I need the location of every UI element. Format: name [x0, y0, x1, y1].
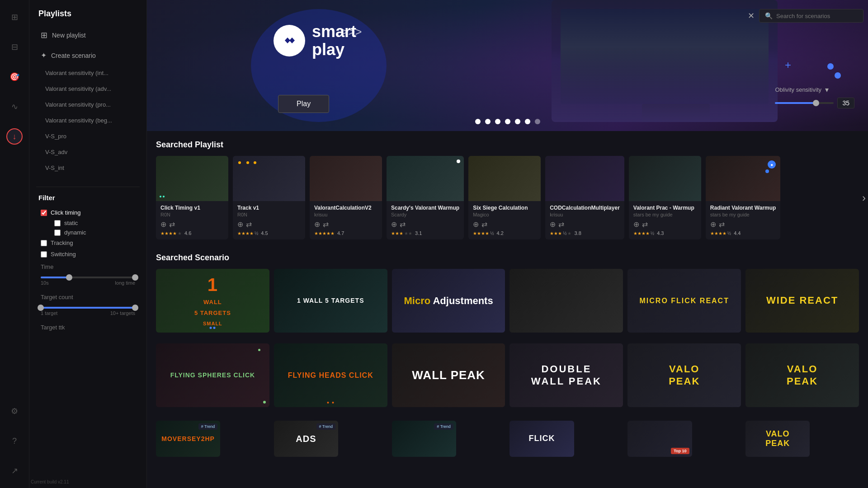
card-1-add-btn[interactable]: ⊕ [160, 220, 166, 229]
help-icon[interactable]: ? [6, 433, 23, 449]
scenario-label-10: DOUBLEWALL PEAK [528, 361, 604, 390]
card-6-add-btn[interactable]: ⊕ [550, 220, 556, 229]
playlist-card-1[interactable]: Click Timing v1 R0N ⊕ ⇄ ★★★★★4.6 [156, 156, 228, 239]
sidebar-item-valorant-adv[interactable]: Valorant sensitivity (adv... [36, 83, 140, 95]
card-1-rating: 4.6 [184, 230, 191, 236]
scenario-card-r3-3[interactable]: # Trend [392, 421, 456, 457]
playlist-card-7[interactable]: Valorant Prac - Warmup stars be my guide… [629, 156, 701, 239]
card-1-shuffle-btn[interactable]: ⇄ [169, 220, 175, 229]
card-4-shuffle-btn[interactable]: ⇄ [400, 220, 406, 229]
scenario-label-7: flying Spheres click [168, 369, 258, 382]
dot-4[interactable] [505, 119, 510, 124]
card-4-add-btn[interactable]: ⊕ [391, 220, 397, 229]
sidebar-item-vs-pro[interactable]: V-S_pro [36, 130, 140, 142]
filter-switching-checkbox[interactable] [41, 251, 47, 258]
card-3-shuffle-btn[interactable]: ⇄ [323, 220, 329, 229]
card-2-rating: 4.5 [261, 230, 268, 236]
target-count-slider[interactable]: 1 target 10+ targets [36, 302, 140, 320]
card-8-author: stars be my guide [710, 212, 776, 217]
filter-switching[interactable]: Switching [36, 249, 140, 260]
scenario-card-2[interactable]: 1 WALL 5 TARGETS [274, 269, 387, 333]
scenario-card-r3-6[interactable]: VALOPEAK [745, 421, 810, 457]
filter-static[interactable]: static [50, 218, 140, 228]
export-icon[interactable]: ↗ [6, 463, 23, 479]
settings-icon[interactable]: ⚙ [6, 403, 23, 419]
oblivity-section: Oblivity sensitivity ▾ 35 [775, 85, 854, 108]
scenario-card-11[interactable]: VALOPEAK [627, 343, 741, 407]
card-5-add-btn[interactable]: ⊕ [473, 220, 479, 229]
sidebar-item-valorant-beg[interactable]: Valorant sensitivity (beg... [36, 114, 140, 127]
card-2-shuffle-btn[interactable]: ⇄ [246, 220, 252, 229]
card-3-add-btn[interactable]: ⊕ [314, 220, 320, 229]
scenario-card-12[interactable]: VALOPEAK [745, 343, 859, 407]
sidebar-item-vs-int[interactable]: V-S_int [36, 162, 140, 174]
playlist-card-4[interactable]: Scardy's Valorant Warmup Scardy ⊕ ⇄ ★★★★… [387, 156, 464, 239]
scenario-card-4[interactable] [509, 269, 623, 333]
card-5-shuffle-btn[interactable]: ⇄ [481, 220, 487, 229]
new-playlist-button[interactable]: ⊞ New playlist [36, 27, 140, 44]
search-input[interactable] [776, 13, 858, 19]
close-icon[interactable]: ✕ [748, 11, 755, 21]
add-button[interactable]: + [785, 59, 791, 71]
filter-click-timing[interactable]: Click timing [36, 207, 140, 218]
home-icon[interactable]: ⊞ [6, 9, 23, 25]
time-slider[interactable]: 10s long time [36, 272, 140, 290]
card-6-shuffle-btn[interactable]: ⇄ [558, 220, 564, 229]
play-button[interactable]: Play [278, 95, 329, 113]
layout-icon[interactable]: ⊟ [6, 39, 23, 55]
filter-dynamic-checkbox[interactable] [54, 230, 61, 236]
card-6-rating: 3.8 [574, 230, 581, 236]
scenario-card-r3-2[interactable]: ADS # Trend [274, 421, 338, 457]
playlist-card-6[interactable]: CODCalculationMultiplayer krisuu ⊕ ⇄ ★★★… [545, 156, 624, 239]
filter-click-timing-checkbox[interactable] [41, 210, 47, 216]
card-2-add-btn[interactable]: ⊕ [237, 220, 243, 229]
card-7-shuffle-btn[interactable]: ⇄ [642, 220, 648, 229]
cards-next-arrow[interactable]: › [862, 192, 866, 204]
dot-1[interactable] [475, 119, 481, 124]
scenario-card-1[interactable]: 1 wall 5 targets small [156, 269, 269, 333]
target-count-max-label: 10+ targets [110, 310, 135, 316]
create-scenario-button[interactable]: ✦ Create scenario [36, 47, 140, 63]
card-8-thumb: ● [706, 156, 781, 201]
scenario-label-12: VALOPEAK [784, 361, 821, 390]
sidebar-item-valorant-int[interactable]: Valorant sensitivity (int... [36, 67, 140, 79]
playlist-card-5[interactable]: Six Siege Calculation Magico ⊕ ⇄ ★★★★½4.… [468, 156, 541, 239]
dot-7[interactable] [535, 119, 540, 124]
filter-tracking[interactable]: Tracking [36, 237, 140, 249]
chart-icon[interactable]: ∿ [6, 99, 23, 115]
scenario-card-10[interactable]: DOUBLEWALL PEAK [509, 343, 623, 407]
content-scroll[interactable]: Searched Playlist Click Timing v1 R0N ⊕ … [147, 131, 868, 488]
oblivity-slider[interactable] [775, 102, 834, 104]
scenario-card-r3-4[interactable]: FLICK [509, 421, 574, 457]
card-7-add-btn[interactable]: ⊕ [633, 220, 639, 229]
scenario-card-9[interactable]: Wall Peak [392, 343, 505, 407]
filter-switching-label: Switching [51, 251, 76, 258]
sidebar-item-valorant-pro[interactable]: Valorant sensitivity (pro... [36, 99, 140, 111]
target-icon[interactable]: 🎯 [6, 69, 23, 85]
filter-static-checkbox[interactable] [54, 220, 61, 226]
scenario-card-3[interactable]: Micro Adjustments [392, 269, 505, 333]
download-icon[interactable]: ↓ [6, 128, 23, 145]
sidebar-item-vs-adv[interactable]: V-S_adv [36, 146, 140, 158]
playlist-card-2[interactable]: Track v1 R0N ⊕ ⇄ ★★★★½4.5 [233, 156, 305, 239]
filter-dynamic[interactable]: dynamic [50, 228, 140, 237]
dot-3[interactable] [495, 119, 500, 124]
card-5-thumb [468, 156, 541, 201]
scenario-card-8[interactable]: FLYING HEADS CLICK [274, 343, 387, 407]
card-8-shuffle-btn[interactable]: ⇄ [719, 220, 725, 229]
dot-5[interactable] [515, 119, 520, 124]
dot-6[interactable] [525, 119, 530, 124]
oblivity-chevron-icon[interactable]: ▾ [825, 85, 829, 94]
dot-2[interactable] [485, 119, 491, 124]
search-box[interactable]: 🔍 [759, 9, 863, 23]
scenario-card-7[interactable]: flying Spheres click [156, 343, 269, 407]
scenario-card-r3-5[interactable]: Top 10 [627, 421, 692, 457]
card-8-add-btn[interactable]: ⊕ [710, 220, 716, 229]
scenario-card-6[interactable]: WIDE REACT [745, 269, 859, 333]
filter-tracking-checkbox[interactable] [41, 240, 47, 246]
card-3-author: krisuu [314, 212, 377, 217]
playlist-card-8[interactable]: ● Radiant Valorant Warmup stars be my gu… [706, 156, 781, 239]
scenario-card-5[interactable]: MICRO FLICK REACT [627, 269, 741, 333]
playlist-card-3[interactable]: ValorantCalculationV2 krisuu ⊕ ⇄ ★★★★★4.… [310, 156, 382, 239]
scenario-card-r3-1[interactable]: MOVERSEY2HP # Trend [156, 421, 220, 457]
